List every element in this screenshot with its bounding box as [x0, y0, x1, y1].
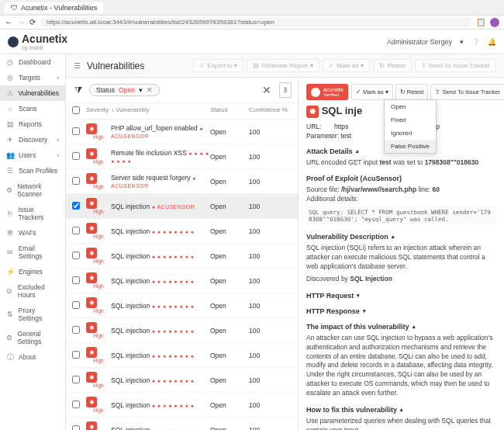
bell-icon[interactable]: 🔔 — [488, 38, 496, 46]
sidebar-item-targets[interactable]: ◎Targets› — [0, 70, 65, 85]
dropdown-item[interactable]: Open — [385, 100, 436, 113]
dropdown-item[interactable]: False Positive — [385, 140, 436, 153]
sidebar-item-general-settings[interactable]: ⚙General Settings — [0, 326, 65, 349]
chevron-down-icon[interactable]: ▾ — [139, 86, 143, 94]
forward-icon[interactable]: → — [17, 18, 25, 26]
url-field[interactable]: https://acunetix.all.local:3443/#/vulner… — [40, 17, 471, 27]
sidebar-item-scan-profiles[interactable]: ☰Scan Profiles — [0, 163, 65, 179]
sidebar-item-dashboard[interactable]: ◷Dashboard — [0, 54, 65, 70]
nav-icon: ⚙ — [6, 186, 12, 194]
table-row[interactable]: ✹HighSQL injection ● ● ● ● ● ● ● ●Open10… — [66, 368, 298, 393]
chevron-down-icon[interactable]: ▾ — [460, 38, 464, 46]
row-checkbox[interactable] — [72, 401, 80, 408]
profile-icon[interactable] — [490, 18, 499, 27]
sidebar-item-about[interactable]: ⓘAbout — [0, 349, 65, 365]
sidebar-item-issue-trackers[interactable]: ⎘Issue Trackers — [0, 202, 65, 225]
http-response-header[interactable]: HTTP Response▾ — [306, 307, 496, 315]
row-checkbox[interactable] — [72, 127, 80, 135]
user-name[interactable]: Administrator Sergey — [387, 38, 452, 46]
chevron-right-icon: › — [57, 75, 59, 81]
row-checkbox[interactable] — [72, 152, 80, 160]
table-row[interactable]: ✹HighSQL injection ● ● ● ● ● ● ● ●Open10… — [66, 244, 298, 269]
extensions-icon[interactable]: 📋 — [476, 18, 485, 26]
row-checkbox[interactable] — [72, 326, 80, 334]
sidebar-item-proxy-settings[interactable]: ⇅Proxy Settings — [0, 303, 65, 326]
sort-icon[interactable]: ↓ — [111, 106, 114, 113]
sidebar-item-excluded-hours[interactable]: ⊘Excluded Hours — [0, 279, 65, 303]
severity-badge: ✹ — [86, 272, 97, 283]
menu-icon[interactable]: ☰ — [74, 61, 81, 70]
severity-badge: ✹ — [86, 397, 97, 407]
row-checkbox[interactable] — [72, 202, 80, 210]
nav-icon: ⚙ — [6, 334, 12, 342]
export-button[interactable]: ⇩ Export to ▾ — [193, 59, 243, 72]
sidebar-item-reports[interactable]: ▤Reports — [0, 116, 65, 132]
table-row[interactable]: ✹HighSQL injection ● ● ● ● ● ● ● ●Open10… — [66, 393, 298, 418]
filter-icon[interactable]: ⧩ — [72, 84, 85, 96]
row-checkbox[interactable] — [72, 227, 80, 234]
table-row[interactable]: ✹HighRemote file inclusion XSS ● ● ● ● ●… — [66, 144, 298, 169]
browser-tab[interactable]: 🛡Acunetix - Vulnerabilities — [5, 2, 103, 13]
severity-badge: ✹ — [86, 223, 97, 234]
browser-address-bar: ← → ⟳ https://acunetix.all.local:3443/#/… — [0, 16, 504, 29]
fix-header[interactable]: How to fix this vulnerability▴ — [306, 406, 496, 414]
columns-icon[interactable]: ⦀ — [279, 82, 292, 98]
row-checkbox[interactable] — [72, 177, 80, 185]
row-checkbox[interactable] — [72, 351, 80, 359]
sidebar-item-wafs[interactable]: ⛨WAFs — [0, 225, 65, 241]
http-request-header[interactable]: HTTP Request▾ — [306, 292, 496, 300]
sidebar-item-email-settings[interactable]: ✉Email Settings — [0, 241, 65, 264]
select-all-checkbox[interactable] — [72, 106, 80, 114]
mark-as-button[interactable]: ✓ Mark as ▾ — [323, 59, 370, 72]
nav-icon: ✈ — [6, 136, 14, 144]
row-checkbox[interactable] — [72, 425, 80, 431]
row-checkbox[interactable] — [72, 251, 80, 259]
nav-icon: ◎ — [6, 74, 14, 81]
detail-retest-button[interactable]: ↻ Retest — [395, 84, 429, 100]
page-title: Vulnerabilities — [87, 61, 144, 71]
severity-badge: ✹ — [86, 248, 97, 258]
sidebar-item-vulnerabilities[interactable]: ⚠Vulnerabilities — [0, 85, 65, 101]
detail-mark-as-button[interactable]: ✓ Mark as ▾ — [351, 84, 393, 100]
sidebar-item-scans[interactable]: ⌕Scans — [0, 101, 65, 116]
table-row[interactable]: ✹HighSQL injection ● ● ● ● ● ● ● ●Open10… — [66, 418, 298, 430]
proof-header: Proof of Exploit (AcuSensor) — [306, 175, 496, 182]
table-row[interactable]: ✹HighServer side request forgery ● ACUSE… — [66, 169, 298, 194]
sidebar-item-engines[interactable]: ⚡Engines — [0, 264, 65, 279]
table-row[interactable]: ✹HighSQL injection ● ● ● ● ● ● ● ●Open10… — [66, 269, 298, 293]
table-row[interactable]: ✹HighSQL injection ● ● ● ● ● ● ● ●Open10… — [66, 293, 298, 318]
table-row[interactable]: ✹HighSQL injection ● ACUSENSOROpen100 — [66, 194, 298, 219]
severity-badge: ✹ — [86, 148, 97, 159]
status-filter-chip[interactable]: Status Open ▾ ✕ — [89, 84, 160, 96]
row-checkbox[interactable] — [72, 301, 80, 309]
severity-badge: ✹ — [86, 322, 97, 333]
dropdown-item[interactable]: Ignored — [385, 127, 436, 140]
logo-icon — [8, 36, 19, 47]
acunetix-icon — [311, 88, 320, 97]
nav-icon: ☰ — [6, 167, 14, 175]
chevron-right-icon: › — [57, 137, 59, 143]
chevron-right-icon: › — [57, 153, 59, 158]
close-icon[interactable]: ✕ — [259, 84, 274, 96]
impact-header[interactable]: The impact of this vulnerability▴ — [306, 323, 496, 331]
vuln-desc-header[interactable]: Vulnerability Description▴ — [306, 233, 496, 241]
reload-icon[interactable]: ⟳ — [29, 18, 36, 26]
retest-button[interactable]: ↻ Retest — [373, 59, 411, 72]
row-checkbox[interactable] — [72, 276, 80, 284]
remove-filter-icon[interactable]: ✕ — [147, 86, 153, 94]
dropdown-item[interactable]: Fixed — [385, 113, 436, 127]
send-tracker-button[interactable]: ⇪ Send To Issue Tracker — [415, 59, 496, 72]
table-row[interactable]: ✹HighSQL injection ● ● ● ● ● ● ● ●Open10… — [66, 318, 298, 343]
sidebar-item-network-scanner[interactable]: ⚙Network Scanner — [0, 179, 65, 202]
generate-report-button[interactable]: ▤ Generate Report ▾ — [247, 59, 319, 72]
sidebar-item-users[interactable]: 👥Users› — [0, 147, 65, 163]
table-row[interactable]: ✹HighSQL injection ● ● ● ● ● ● ● ●Open10… — [66, 343, 298, 368]
table-row[interactable]: ✹HighSQL injection ● ● ● ● ● ● ● ●Open10… — [66, 219, 298, 244]
help-icon[interactable]: ❔ — [471, 38, 480, 46]
sidebar-item-discovery[interactable]: ✈Discovery› — [0, 132, 65, 147]
back-icon[interactable]: ← — [5, 18, 12, 26]
table-row[interactable]: ✹HighPHP allow_url_fopen enabled ● ACUSE… — [66, 120, 298, 144]
row-checkbox[interactable] — [72, 376, 80, 383]
sql-query-code: SQL query: SELECT * FROM guestbook WHERE… — [306, 206, 496, 225]
detail-tracker-button[interactable]: ⇪ Send To Issue Tracker — [430, 84, 504, 100]
